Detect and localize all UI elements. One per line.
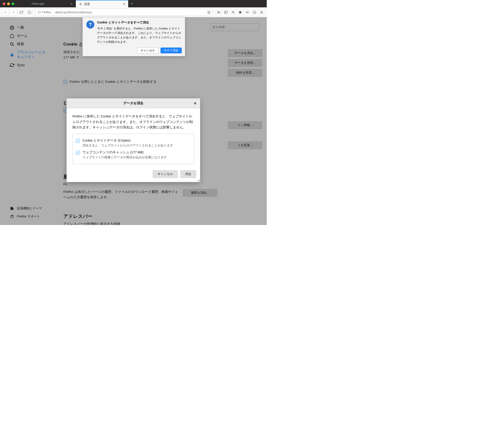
title-bar: OneLogin × 設定 × + bbox=[0, 0, 267, 7]
checkbox-icon bbox=[76, 151, 80, 155]
tab-favicon bbox=[26, 2, 30, 6]
alert-confirm-button[interactable]: 今すぐ消去 bbox=[161, 47, 182, 53]
svg-point-7 bbox=[239, 11, 241, 13]
new-tab-button[interactable]: + bbox=[129, 0, 136, 7]
tab-label: OneLogin bbox=[32, 2, 68, 5]
dialog-opt-cookies[interactable]: Cookie とサイトデータ (0 bytes) 消去すると、ウェブサイトからロ… bbox=[76, 137, 191, 149]
toolbar-icons bbox=[214, 9, 265, 16]
gear-icon bbox=[79, 2, 83, 6]
account-icon[interactable] bbox=[230, 9, 236, 16]
identity-box[interactable]: Firefox bbox=[35, 9, 53, 16]
dialog-close-button[interactable]: × bbox=[193, 101, 197, 106]
tab-label: 設定 bbox=[84, 2, 121, 6]
home-button[interactable] bbox=[26, 9, 33, 16]
dialog-cancel-button[interactable]: キャンセル bbox=[153, 170, 178, 178]
svg-point-9 bbox=[246, 12, 247, 13]
dialog-options: Cookie とサイトデータ (0 bytes) 消去すると、ウェブサイトからロ… bbox=[72, 134, 194, 164]
extension-icon[interactable] bbox=[244, 9, 251, 16]
alert-body: '今すぐ消去' を選択すると、Firefox に保存した Cookie とサイト… bbox=[97, 26, 181, 44]
window-controls bbox=[0, 2, 14, 5]
identity-label: Firefox bbox=[42, 11, 51, 14]
sidebar-icon[interactable] bbox=[223, 9, 229, 16]
svg-point-8 bbox=[247, 12, 248, 13]
alert-title: Cookie とサイトデータをすべて消去 bbox=[97, 20, 181, 25]
dialog-header: データを消去 × bbox=[67, 99, 200, 108]
option-label: Cookie とサイトデータ (0 bytes) bbox=[83, 138, 173, 143]
svg-point-0 bbox=[27, 2, 29, 5]
resize-handle[interactable] bbox=[197, 179, 200, 181]
maximize-window-button[interactable] bbox=[12, 2, 14, 5]
option-label: ウェブコンテンツのキャッシュ (177 MB) bbox=[83, 150, 167, 154]
forward-button[interactable] bbox=[10, 9, 17, 16]
svg-marker-3 bbox=[207, 11, 210, 14]
dialog-description: Firefox に保存した Cookie とサイトデータをすべて消去すると、ウェ… bbox=[72, 114, 194, 130]
close-window-button[interactable] bbox=[3, 2, 5, 5]
library-icon[interactable] bbox=[215, 9, 222, 16]
tab-close-button[interactable]: × bbox=[123, 2, 126, 6]
back-button[interactable] bbox=[2, 9, 9, 16]
svg-point-10 bbox=[248, 12, 249, 13]
menu-button[interactable] bbox=[258, 9, 265, 16]
svg-rect-4 bbox=[225, 11, 227, 13]
bookmark-star-button[interactable] bbox=[206, 11, 212, 14]
svg-point-6 bbox=[232, 11, 233, 12]
question-icon: ? bbox=[86, 20, 94, 29]
confirm-clear-alert: ? Cookie とサイトデータをすべて消去 '今すぐ消去' を選択すると、Fi… bbox=[83, 17, 185, 56]
option-sublabel: 消去すると、ウェブサイトからログアウトされることがあります bbox=[83, 144, 173, 147]
info-icon[interactable] bbox=[251, 9, 258, 16]
svg-point-2 bbox=[38, 11, 41, 13]
option-sublabel: ウェブサイトの画像とデータの再読み込みが必要になります bbox=[83, 155, 167, 159]
nav-toolbar: Firefox about:preferences#privacy bbox=[0, 7, 267, 17]
alert-cancel-button[interactable]: キャンセル bbox=[137, 47, 158, 53]
minimize-window-button[interactable] bbox=[7, 2, 10, 5]
tab-onelogin[interactable]: OneLogin × bbox=[23, 0, 76, 7]
url-bar[interactable]: Firefox about:preferences#privacy bbox=[35, 9, 212, 16]
url-text: about:preferences#privacy bbox=[53, 11, 206, 14]
dialog-opt-cache[interactable]: ウェブコンテンツのキャッシュ (177 MB) ウェブサイトの画像とデータの再読… bbox=[76, 149, 191, 161]
clear-data-dialog: データを消去 × Firefox に保存した Cookie とサイトデータをすべ… bbox=[66, 98, 200, 182]
reload-button[interactable] bbox=[18, 9, 25, 16]
checkbox-icon bbox=[76, 139, 80, 143]
dialog-title: データを消去 bbox=[123, 101, 143, 105]
tab-close-button[interactable]: × bbox=[70, 2, 73, 6]
dialog-clear-button[interactable]: 消去 bbox=[181, 170, 196, 178]
firefox-icon bbox=[38, 11, 41, 14]
svg-point-1 bbox=[80, 4, 81, 5]
tab-settings[interactable]: 設定 × bbox=[76, 0, 129, 7]
shield-icon[interactable] bbox=[237, 9, 244, 16]
tab-strip: OneLogin × 設定 × + bbox=[23, 0, 136, 7]
